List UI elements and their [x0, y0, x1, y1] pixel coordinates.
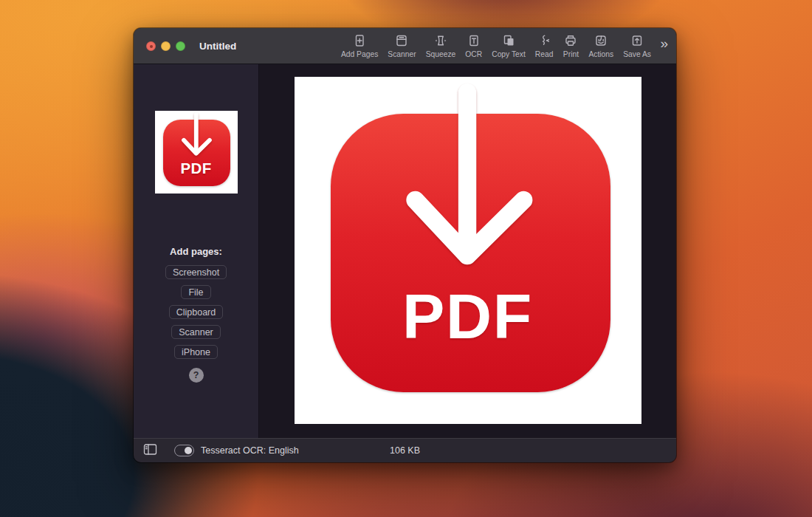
- toolbar-save-as[interactable]: Save As: [623, 32, 651, 58]
- file-size-label: 106 KB: [390, 445, 420, 456]
- toolbar-ocr[interactable]: OCR: [465, 32, 482, 58]
- traffic-lights: [146, 41, 185, 51]
- squeeze-icon: [433, 32, 449, 49]
- toolbar-squeeze[interactable]: Squeeze: [426, 32, 456, 58]
- download-arrow-icon: [295, 77, 641, 424]
- toolbar-label: Copy Text: [492, 50, 526, 58]
- toolbar: Add Pages Scanner Squeeze OCR: [341, 28, 651, 64]
- ocr-toggle[interactable]: [174, 445, 194, 456]
- zoom-button[interactable]: [176, 41, 185, 51]
- print-icon: [562, 32, 579, 49]
- document-view: PDF: [259, 64, 676, 438]
- toolbar-label: Actions: [588, 50, 613, 58]
- help-button[interactable]: ?: [189, 368, 204, 383]
- add-from-file-button[interactable]: File: [181, 285, 210, 299]
- toolbar-label: Scanner: [388, 50, 416, 58]
- read-aloud-icon: [536, 32, 552, 49]
- add-from-screenshot-button[interactable]: Screenshot: [165, 265, 227, 279]
- minimize-button[interactable]: [161, 41, 171, 51]
- page-thumbnail[interactable]: PDF: [155, 111, 238, 194]
- title-bar: Untitled Add Pages Scanner Squeeze: [134, 28, 676, 64]
- pdf-label: PDF: [155, 160, 238, 177]
- app-window: Untitled Add Pages Scanner Squeeze: [134, 28, 676, 462]
- ocr-status-label: Tesseract OCR: English: [201, 445, 299, 456]
- pdf-page[interactable]: PDF: [295, 77, 641, 424]
- add-pages-icon: [351, 32, 368, 49]
- ocr-icon: [466, 32, 482, 49]
- toolbar-print[interactable]: Print: [562, 32, 579, 58]
- toolbar-read[interactable]: Read: [535, 32, 554, 58]
- add-from-clipboard-button[interactable]: Clipboard: [169, 305, 224, 319]
- add-from-iphone-button[interactable]: iPhone: [174, 345, 218, 359]
- toolbar-add-pages[interactable]: Add Pages: [341, 32, 378, 58]
- toolbar-overflow-chevron-icon[interactable]: »: [660, 36, 668, 50]
- toolbar-label: Squeeze: [426, 50, 456, 58]
- save-as-icon: [629, 32, 645, 49]
- scanner-icon: [393, 32, 410, 49]
- download-arrow-icon: [155, 111, 238, 194]
- add-from-scanner-button[interactable]: Scanner: [171, 325, 221, 339]
- status-bar: Tesseract OCR: English 106 KB: [134, 438, 676, 462]
- toolbar-label: Print: [563, 50, 579, 58]
- toolbar-label: Read: [535, 50, 554, 58]
- toggle-knob: [185, 447, 192, 454]
- toolbar-scanner[interactable]: Scanner: [388, 32, 416, 58]
- window-title: Untitled: [199, 41, 236, 52]
- close-button[interactable]: [146, 41, 156, 51]
- pdf-label: PDF: [295, 280, 641, 353]
- content-area: PDF Add pages: Screenshot File Clipboard…: [134, 64, 676, 438]
- add-pages-heading: Add pages:: [170, 246, 222, 257]
- sidebar: PDF Add pages: Screenshot File Clipboard…: [134, 64, 259, 438]
- actions-icon: [593, 32, 609, 49]
- copy-text-icon: [500, 32, 517, 49]
- toolbar-label: Add Pages: [341, 50, 378, 58]
- toggle-sidebar-icon[interactable]: [143, 443, 157, 459]
- toolbar-label: Save As: [623, 50, 651, 58]
- toolbar-actions[interactable]: Actions: [588, 32, 613, 58]
- toolbar-label: OCR: [465, 50, 482, 58]
- toolbar-copy-text[interactable]: Copy Text: [492, 32, 526, 58]
